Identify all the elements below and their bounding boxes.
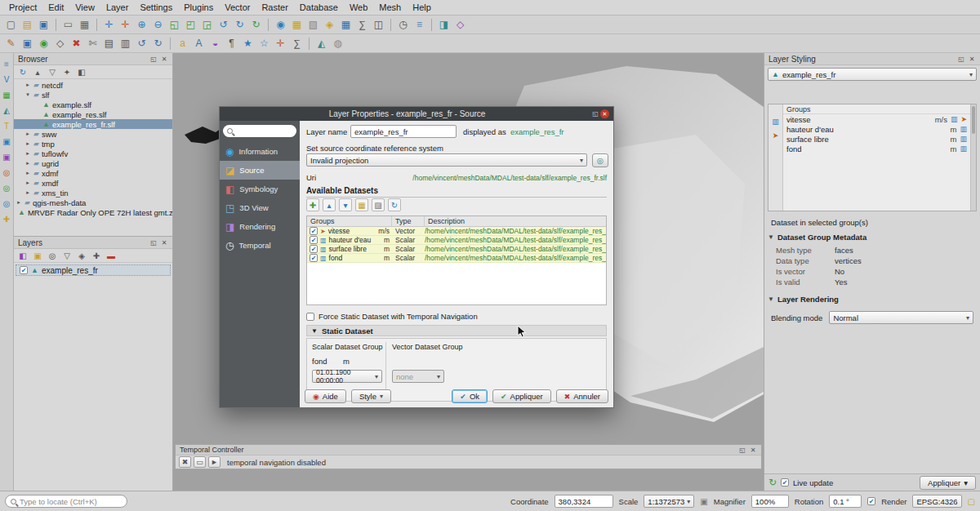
groups-scrollbar[interactable] <box>970 104 976 211</box>
toggle-editing-icon[interactable]: ✎ <box>4 37 18 51</box>
add-mesh-layer-icon[interactable]: ◭ <box>1 104 12 116</box>
menu-database[interactable]: Database <box>294 1 344 14</box>
new-shapefile-icon[interactable]: ✚ <box>1 213 12 224</box>
group-scalar-toggle-icon[interactable]: ▥ <box>960 144 967 153</box>
menu-mesh[interactable]: Mesh <box>373 1 407 14</box>
zoom-to-selection-icon[interactable]: ◰ <box>184 18 198 32</box>
cancel-button[interactable]: ✖ Annuler <box>556 389 608 403</box>
add-wfs-layer-icon[interactable]: ◎ <box>1 198 12 209</box>
delete-selected-icon[interactable]: ✖ <box>69 37 83 51</box>
crs-status-button[interactable]: EPSG:4326 <box>912 495 961 508</box>
metadata-section-header[interactable]: ▼ Dataset Group Metadata <box>768 231 977 242</box>
open-attribute-table-icon[interactable]: ▦ <box>339 18 353 32</box>
save-project-icon[interactable]: ▣ <box>37 18 51 32</box>
styling-group-row[interactable]: vitessem/s▥➤ <box>783 114 970 124</box>
crs-select[interactable]: Invalid projection ▾ <box>306 153 587 167</box>
expander-icon[interactable]: ▾ <box>24 91 31 98</box>
force-static-checkbox[interactable] <box>306 313 314 321</box>
dataset-row[interactable]: ✔➤vitessem/sVector/home/vincent/meshData… <box>307 227 606 236</box>
zoom-out-icon[interactable]: ⊖ <box>151 18 165 32</box>
tab-3d-view[interactable]: ◳3D View <box>220 198 300 217</box>
expander-icon[interactable]: ▸ <box>24 140 31 147</box>
browser-refresh-icon[interactable]: ↻ <box>17 66 29 78</box>
scale-combobox[interactable]: 1:1372573 ▾ <box>644 495 694 508</box>
browser-file-mrvbf-radar-only-ope-72h-latest-gmt-z[interactable]: ▲MRVBF Radar Only OPE 72H latest gmt.z <box>14 207 172 217</box>
browser-properties-icon[interactable]: ✦ <box>61 66 73 78</box>
scalar-legend-icon[interactable]: ▥ <box>770 116 781 127</box>
cut-features-icon[interactable]: ✄ <box>86 37 100 51</box>
vector-time-select[interactable]: none ▾ <box>392 370 444 383</box>
check-all-datasets-icon[interactable]: ▦ <box>355 198 368 211</box>
render-checkbox[interactable]: ✔ <box>867 497 875 505</box>
dataset-checkbox[interactable]: ✔ <box>310 236 318 244</box>
browser-folder-qgis-mesh-data[interactable]: ▸▰qgis-mesh-data <box>14 198 172 207</box>
select-by-expression-icon[interactable]: ◈ <box>323 18 336 32</box>
expand-all-icon[interactable]: ✚ <box>91 250 102 261</box>
add-vector-layer-icon[interactable]: V <box>1 73 12 85</box>
layer-visibility-checkbox[interactable]: ✔ <box>20 266 28 274</box>
open-layer-styling-icon[interactable]: ◧ <box>17 250 29 261</box>
plugin-icon[interactable]: ◇ <box>453 18 467 32</box>
scalar-time-select[interactable]: 01.01.1900 00:00:00 ▾ <box>312 370 382 383</box>
style-button[interactable]: Style ▾ <box>351 389 391 403</box>
expander-icon[interactable]: ▸ <box>24 82 31 88</box>
browser-folder-netcdf[interactable]: ▸▰netcdf <box>14 80 172 90</box>
tab-temporal[interactable]: ◷Temporal <box>220 236 300 255</box>
digitize-icon[interactable]: ◉ <box>37 37 51 51</box>
tab-source[interactable]: ◪Source <box>220 161 300 180</box>
dataset-checkbox[interactable]: ✔ <box>310 227 318 235</box>
layout-manager-icon[interactable]: ▦ <box>78 18 91 32</box>
filter-legend-icon[interactable]: ▽ <box>61 250 73 261</box>
browser-folder-tmp[interactable]: ▸▰tmp <box>14 139 172 149</box>
close-icon[interactable]: ✕ <box>160 55 168 63</box>
browser-folder-slf[interactable]: ▾▰slf <box>14 90 172 100</box>
browser-enable-icon[interactable]: ◧ <box>76 66 87 78</box>
temporal-fixed-range-button[interactable]: ▭ <box>194 456 206 468</box>
menu-plugins[interactable]: Plugins <box>178 1 219 14</box>
expander-icon[interactable]: ▸ <box>24 180 31 186</box>
redo-icon[interactable]: ↻ <box>151 37 165 51</box>
measure-icon[interactable]: ✛ <box>274 37 287 51</box>
menu-help[interactable]: Help <box>407 1 437 14</box>
undock-icon[interactable]: ◱ <box>149 55 158 63</box>
group-vector-toggle-icon[interactable]: ➤ <box>960 115 967 123</box>
tab-symbology[interactable]: ◧Symbology <box>220 180 300 198</box>
remove-layer-icon[interactable]: ▬ <box>105 250 117 261</box>
rotation-spinner[interactable]: 0.1 ° <box>829 495 862 508</box>
close-icon[interactable]: ✕ <box>968 55 976 63</box>
deselect-features-icon[interactable]: ▧ <box>306 18 320 32</box>
expander-icon[interactable]: ▸ <box>24 170 31 176</box>
browser-folder-tuflowfv[interactable]: ▸▰tuflowfv <box>14 149 172 158</box>
blending-mode-select[interactable]: Normal ▾ <box>829 311 973 324</box>
ok-button[interactable]: ✔ Ok <box>452 389 488 403</box>
styling-group-row[interactable]: hauteur d'eaum▥ <box>783 124 970 134</box>
apply-button[interactable]: ✔ Appliquer <box>492 389 551 403</box>
refresh-map-icon[interactable]: ↻ <box>249 18 263 32</box>
show-bookmarks-icon[interactable]: ☆ <box>257 37 271 51</box>
menu-project[interactable]: Project <box>3 1 42 14</box>
group-scalar-toggle-icon[interactable]: ▥ <box>951 115 958 123</box>
layer-item-example-res-fr[interactable]: ✔ ▲ example_res_fr <box>16 264 171 276</box>
open-data-source-manager-icon[interactable]: ≡ <box>1 58 12 69</box>
temporal-navigation-off-button[interactable]: ✖ <box>179 456 191 468</box>
browser-file-example-slf[interactable]: ▲example.slf <box>14 100 172 109</box>
menu-view[interactable]: View <box>69 1 100 14</box>
close-icon[interactable]: ✕ <box>160 238 168 247</box>
browser-folder-xms-tin[interactable]: ▸▰xms_tin <box>14 188 172 198</box>
zoom-next-icon[interactable]: ↻ <box>233 18 247 32</box>
open-project-icon[interactable]: ▤ <box>20 18 34 32</box>
zoom-full-icon[interactable]: ◱ <box>167 18 181 32</box>
messages-icon[interactable]: ▢ <box>968 497 975 506</box>
paste-features-icon[interactable]: ▥ <box>118 37 132 51</box>
close-icon[interactable]: ✕ <box>600 109 609 118</box>
add-delimited-text-icon[interactable]: T <box>1 120 12 131</box>
group-scalar-toggle-icon[interactable]: ▥ <box>960 135 967 143</box>
field-calculator-icon[interactable]: ∑ <box>355 18 369 32</box>
group-scalar-toggle-icon[interactable]: ▥ <box>960 125 967 133</box>
menu-edit[interactable]: Edit <box>42 1 69 14</box>
browser-folder-ugrid[interactable]: ▸▰ugrid <box>14 158 172 168</box>
description-column-header[interactable]: Description <box>425 216 606 226</box>
expander-icon[interactable]: ▸ <box>24 160 31 167</box>
sum-features-icon[interactable]: ∑ <box>290 37 304 51</box>
expander-icon[interactable]: ▸ <box>24 131 31 137</box>
